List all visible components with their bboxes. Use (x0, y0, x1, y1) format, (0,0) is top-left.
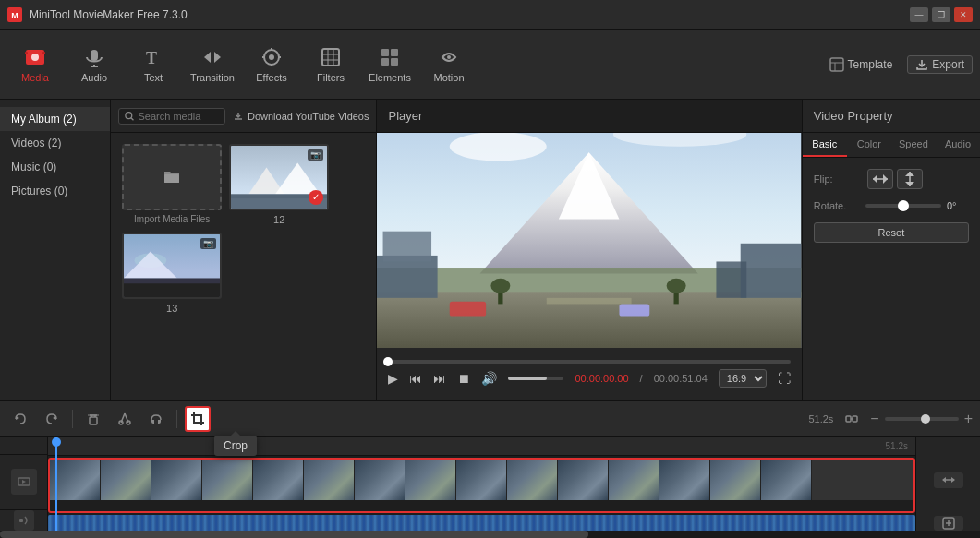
ratio-select[interactable]: 16:9 9:16 1:1 4:3 (719, 369, 767, 388)
audio-track-content[interactable] (48, 515, 915, 531)
flip-vertical-button[interactable] (897, 169, 923, 189)
split-audio-button[interactable] (934, 472, 963, 487)
toolbar-item-filters[interactable]: Filters (303, 35, 358, 94)
audio-track-icon-btn[interactable] (14, 510, 34, 531)
next-button[interactable]: ⏭ (433, 371, 446, 386)
svg-text:M: M (11, 11, 18, 20)
search-input[interactable] (138, 111, 219, 122)
track-thumb-15 (761, 460, 812, 500)
template-button[interactable]: Template (822, 55, 901, 74)
win-minimize[interactable]: — (910, 7, 928, 22)
toolbar-item-text[interactable]: T Text (126, 35, 181, 94)
play-button[interactable]: ▶ (388, 371, 398, 386)
tab-color[interactable]: Color (847, 133, 891, 157)
crop-icon (190, 412, 205, 426)
track-thumb-1 (50, 460, 101, 500)
zoom-out-button[interactable]: − (870, 411, 878, 427)
add-video-track-button[interactable] (11, 469, 37, 495)
progress-handle[interactable] (383, 357, 393, 366)
import-media-thumb[interactable]: Import Media Files (122, 144, 222, 225)
zoom-slider[interactable] (885, 417, 959, 421)
import-label: Import Media Files (134, 214, 210, 224)
sidebar-item-pictures[interactable]: Pictures (0) (0, 179, 110, 203)
fullscreen-button[interactable]: ⛶ (778, 371, 791, 386)
undo-button[interactable] (7, 406, 33, 432)
tl-separator-1 (72, 410, 73, 428)
thumb-13-box[interactable]: 📷 (122, 233, 222, 299)
toolbar-item-transition[interactable]: Transition (185, 35, 240, 94)
export-button[interactable]: Export (907, 55, 973, 74)
reset-button[interactable]: Reset (814, 222, 969, 243)
flip-horizontal-button[interactable] (867, 169, 893, 189)
search-box (118, 108, 225, 125)
thumb-12-box[interactable]: 📷 (229, 144, 329, 210)
rotate-handle[interactable] (898, 200, 909, 211)
ruler-side-space (0, 437, 47, 455)
add-media-button[interactable] (934, 516, 963, 531)
properties-header: Video Property (803, 100, 980, 133)
cut-icon (117, 412, 132, 426)
tab-basic[interactable]: Basic (803, 133, 847, 157)
tab-speed[interactable]: Speed (891, 133, 936, 157)
snap-button[interactable] (839, 406, 865, 432)
sidebar-item-videos[interactable]: Videos (2) (0, 131, 110, 155)
svg-rect-27 (164, 174, 179, 183)
toolbar-motion-label: Motion (433, 72, 464, 83)
media-panel: Download YouTube Videos Import Media Fil… (111, 100, 377, 400)
svg-line-26 (131, 117, 134, 120)
zoom-in-button[interactable]: + (964, 411, 973, 427)
svg-rect-20 (391, 58, 398, 66)
toolbar-item-effects[interactable]: Effects (244, 35, 299, 94)
timeline-time-label: 51.2s (808, 413, 833, 424)
sidebar-item-myalbum[interactable]: My Album (2) (0, 107, 110, 131)
media-thumb-12[interactable]: 📷 12 (229, 144, 329, 225)
player-video (377, 133, 801, 348)
svg-rect-47 (741, 244, 802, 298)
player-controls: ▶ ⏮ ⏭ ⏹ 🔊 00:00:00.00 / 00:00:51.04 16:9… (377, 348, 801, 400)
timeline-scrollbar[interactable] (0, 531, 980, 538)
redo-icon (44, 412, 59, 426)
crop-button[interactable] (185, 406, 211, 432)
win-close[interactable]: ✕ (954, 7, 973, 22)
import-box[interactable] (122, 144, 222, 210)
toolbar-audio-label: Audio (81, 72, 107, 83)
delete-button[interactable] (80, 406, 106, 432)
prev-button[interactable]: ⏮ (409, 371, 422, 386)
timeline-cursor[interactable] (55, 437, 57, 531)
export-label: Export (932, 58, 964, 71)
redo-button[interactable] (39, 406, 65, 432)
tab-audio[interactable]: Audio (936, 133, 980, 157)
flip-v-icon (901, 171, 918, 187)
sidebar-item-music[interactable]: Music (0) (0, 155, 110, 179)
audio-detach-button[interactable] (143, 406, 169, 432)
download-label: Download YouTube Videos (248, 111, 369, 122)
tab-speed-label: Speed (899, 138, 928, 149)
svg-point-11 (269, 54, 274, 60)
download-youtube-button[interactable]: Download YouTube Videos (233, 111, 369, 122)
cut-button[interactable] (112, 406, 138, 432)
progress-bar[interactable] (388, 360, 790, 364)
svg-point-53 (491, 279, 511, 293)
svg-rect-50 (450, 302, 486, 317)
toolbar-item-motion[interactable]: Motion (421, 35, 477, 94)
volume-slider[interactable] (508, 377, 563, 380)
volume-icon[interactable]: 🔊 (481, 371, 497, 386)
media-toolbar: Download YouTube Videos (111, 100, 376, 133)
svg-text:T: T (146, 49, 157, 67)
win-restore[interactable]: ❐ (932, 7, 950, 22)
toolbar-item-audio[interactable]: Audio (67, 35, 122, 94)
total-time: 00:00:51.04 (654, 373, 708, 384)
video-track-content[interactable] (48, 458, 915, 513)
toolbar-elements-label: Elements (369, 72, 411, 83)
controls-row: ▶ ⏮ ⏭ ⏹ 🔊 00:00:00.00 / 00:00:51.04 16:9… (388, 369, 790, 388)
timeline-body: 51.2s (0, 437, 980, 531)
video-track-icon (18, 475, 30, 488)
toolbar-item-elements[interactable]: Elements (362, 35, 417, 94)
media-thumb-13[interactable]: 📷 13 (122, 233, 222, 314)
stop-button[interactable]: ⏹ (457, 371, 470, 386)
timeline-scroll-handle[interactable] (0, 531, 588, 538)
tracks-area: 51.2s (48, 437, 915, 531)
rotate-slider[interactable] (865, 204, 941, 208)
toolbar-item-media[interactable]: Media (7, 35, 63, 94)
track-thumb-9 (456, 460, 507, 500)
